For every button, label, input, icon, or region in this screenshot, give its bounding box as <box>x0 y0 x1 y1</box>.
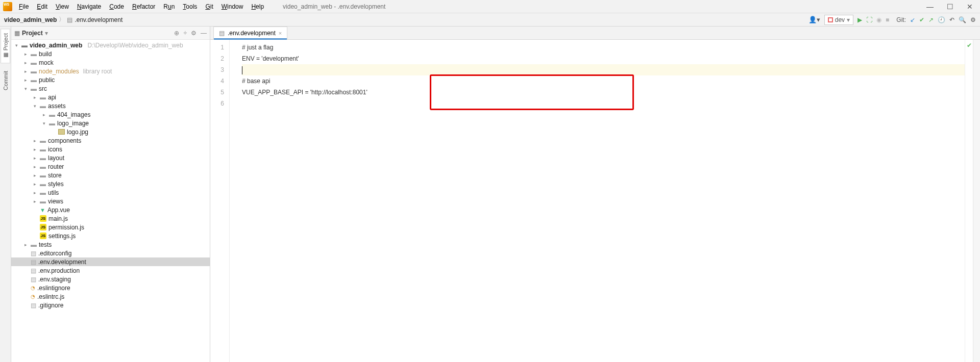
title-bar: File Edit View Navigate Code Refactor Ru… <box>0 0 980 13</box>
tree-item-app-vue[interactable]: ▼ App.vue <box>11 205 210 214</box>
tree-item-mock[interactable]: ▸▬ mock <box>11 58 210 67</box>
tree-item--env-staging[interactable]: ▤ .env.staging <box>11 275 210 283</box>
tree-item-utils[interactable]: ▸▬ utils <box>11 188 210 197</box>
tree-item-public[interactable]: ▸▬ public <box>11 75 210 84</box>
menu-view[interactable]: View <box>52 2 72 12</box>
project-icon: ▦ <box>14 30 20 37</box>
editor-tabs: ▤ .env.development × <box>210 27 980 40</box>
expand-all-icon[interactable]: ÷ <box>183 30 187 37</box>
tree-item-main-js[interactable]: JS main.js <box>11 214 210 223</box>
chevron-down-icon: ▾ <box>847 16 850 23</box>
menu-navigate[interactable]: Navigate <box>74 2 105 12</box>
chevron-down-icon[interactable]: ▾ <box>45 30 48 37</box>
window-title: video_admin_web - .env.development <box>283 3 385 10</box>
search-icon[interactable]: 🔍 <box>959 16 966 23</box>
chevron-right-icon: 〉 <box>59 15 65 24</box>
tree-item-store[interactable]: ▸▬ store <box>11 171 210 179</box>
code-line-3[interactable] <box>242 64 965 75</box>
editor-tab-env-development[interactable]: ▤ .env.development × <box>213 27 287 39</box>
file-icon: ▤ <box>219 30 225 37</box>
editor-tab-label: .env.development <box>228 30 276 37</box>
coverage-icon[interactable]: ◉ <box>876 16 881 23</box>
tree-item-components[interactable]: ▸▬ components <box>11 136 210 145</box>
tree-item--editorconfig[interactable]: ▤ .editorconfig <box>11 249 210 257</box>
project-tree[interactable]: ▾▬video_admin_webD:\Develop\Web\video_ad… <box>11 40 210 315</box>
tree-item-layout[interactable]: ▸▬ layout <box>11 153 210 162</box>
window-controls: — ☐ ✕ <box>926 3 980 11</box>
tree-item-404-images[interactable]: ▸▬ 404_images <box>11 110 210 119</box>
code-lines[interactable]: # just a flagENV = 'development'# base a… <box>230 40 965 362</box>
gear-icon[interactable]: ⚙ <box>191 30 197 37</box>
git-commit-icon[interactable]: ✔ <box>919 16 924 23</box>
menu-code[interactable]: Code <box>106 2 128 12</box>
code-line-6[interactable] <box>242 98 965 109</box>
minimize-icon[interactable]: — <box>926 3 934 11</box>
tree-item--eslintignore[interactable]: ◔ .eslintignore <box>11 283 210 292</box>
tree-root[interactable]: ▾▬video_admin_webD:\Develop\Web\video_ad… <box>11 41 210 49</box>
breadcrumb-root[interactable]: video_admin_web <box>4 16 57 23</box>
tree-item-node-modules[interactable]: ▸▬ node_moduleslibrary root <box>11 67 210 75</box>
tree-item-build[interactable]: ▸▬ build <box>11 49 210 58</box>
menu-window[interactable]: Window <box>218 2 247 12</box>
project-panel-title[interactable]: Project <box>22 30 43 37</box>
tree-item--gitignore[interactable]: ▤ .gitignore <box>11 301 210 309</box>
check-ok-icon: ✔ <box>967 42 972 49</box>
vertical-scrollbar[interactable] <box>973 40 980 362</box>
editor-area: ▤ .env.development × 123456 # just a fla… <box>210 27 980 362</box>
tree-item--env-development[interactable]: ▤ .env.development <box>11 257 210 266</box>
project-tool-tab[interactable]: ▦ Project <box>1 29 10 63</box>
breadcrumb[interactable]: video_admin_web 〉 ▤ .env.development <box>4 15 122 24</box>
tree-item-assets[interactable]: ▾▬ assets <box>11 101 210 110</box>
revert-icon[interactable]: ↶ <box>949 16 954 23</box>
close-icon[interactable]: ✕ <box>967 3 973 11</box>
tree-item-logo-jpg[interactable]: logo.jpg <box>11 127 210 136</box>
menu-run[interactable]: Run <box>160 2 178 12</box>
debug-icon[interactable]: ⛶ <box>866 16 872 23</box>
code-line-1[interactable]: # just a flag <box>242 42 965 53</box>
menu-edit[interactable]: Edit <box>33 2 51 12</box>
menu-file[interactable]: File <box>15 2 32 12</box>
app-logo-icon <box>3 2 12 11</box>
tree-item-permission-js[interactable]: JS permission.js <box>11 223 210 231</box>
hide-panel-icon[interactable]: — <box>201 30 207 37</box>
line-number-gutter: 123456 <box>210 40 230 362</box>
file-icon: ▤ <box>67 16 72 23</box>
tree-item-styles[interactable]: ▸▬ styles <box>11 179 210 188</box>
breadcrumb-file[interactable]: ▤ .env.development <box>67 16 122 23</box>
stop-icon[interactable]: ■ <box>886 16 889 23</box>
code-area: 123456 # just a flagENV = 'development'#… <box>210 40 980 362</box>
tree-item-tests[interactable]: ▸▬ tests <box>11 240 210 249</box>
run-config-selector[interactable]: dev ▾ <box>824 15 853 25</box>
menu-git[interactable]: Git <box>202 2 216 12</box>
commit-tool-tab[interactable]: Commit <box>1 66 10 95</box>
project-panel-header: ▦ Project ▾ ⊕ ÷ ⚙ — <box>11 27 210 40</box>
run-icon[interactable]: ▶ <box>857 16 862 23</box>
close-tab-icon[interactable]: × <box>279 30 282 36</box>
git-history-icon[interactable]: 🕘 <box>938 16 945 23</box>
tree-item-router[interactable]: ▸▬ router <box>11 162 210 171</box>
menu-tools[interactable]: Tools <box>179 2 201 12</box>
select-opened-icon[interactable]: ⊕ <box>174 30 179 37</box>
tree-item-logo-image[interactable]: ▾▬ logo_image <box>11 119 210 127</box>
user-icon[interactable]: 👤▾ <box>808 16 820 23</box>
git-label: Git: <box>896 16 906 23</box>
tree-item--env-production[interactable]: ▤ .env.production <box>11 266 210 275</box>
tree-item-views[interactable]: ▸▬ views <box>11 197 210 205</box>
code-line-4[interactable]: # base api <box>242 75 965 87</box>
gear-icon[interactable]: ⚙ <box>970 16 976 23</box>
tree-item-settings-js[interactable]: JS settings.js <box>11 231 210 240</box>
maximize-icon[interactable]: ☐ <box>947 3 953 11</box>
git-update-icon[interactable]: ↙ <box>910 16 915 23</box>
navigation-bar: video_admin_web 〉 ▤ .env.development 👤▾ … <box>0 13 980 27</box>
menu-help[interactable]: Help <box>248 2 267 12</box>
tree-item-icons[interactable]: ▸▬ icons <box>11 145 210 153</box>
code-line-5[interactable]: VUE_APP_BASE_API = 'http://localhost:800… <box>242 87 965 98</box>
left-tool-strip: ▦ Project Commit <box>0 27 11 362</box>
tree-item-src[interactable]: ▾▬ src <box>11 84 210 93</box>
git-push-icon[interactable]: ↗ <box>928 16 934 23</box>
code-line-2[interactable]: ENV = 'development' <box>242 53 965 64</box>
menu-refactor[interactable]: Refactor <box>129 2 159 12</box>
tree-item-api[interactable]: ▸▬ api <box>11 93 210 101</box>
tree-item--eslintrc-js[interactable]: ◔ .eslintrc.js <box>11 292 210 301</box>
project-panel: ▦ Project ▾ ⊕ ÷ ⚙ — ▾▬video_admin_webD:\… <box>11 27 210 362</box>
